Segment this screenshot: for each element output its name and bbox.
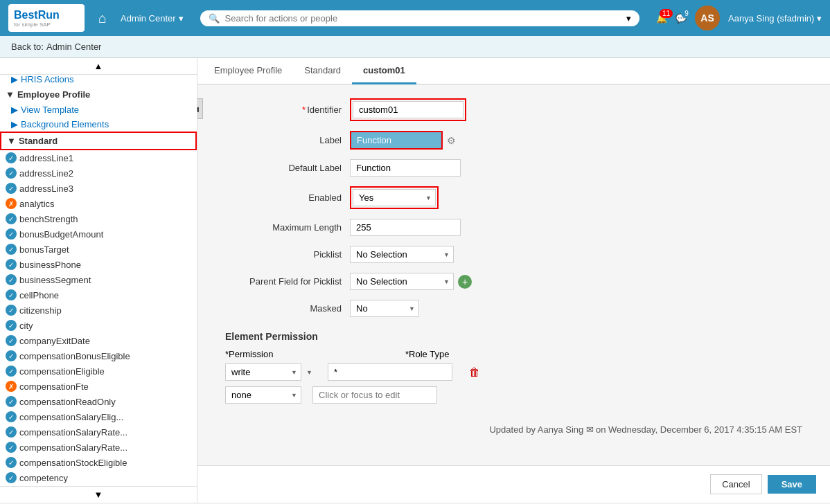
default-label-row: Default Label — [225, 159, 802, 177]
sidebar-item-addressLine2[interactable]: ✓ addressLine2 — [0, 165, 197, 181]
tab-custom01[interactable]: custom01 — [352, 58, 416, 84]
sidebar-item-compensationFte[interactable]: ✗ compensationFte — [0, 379, 197, 394]
default-label-input[interactable] — [350, 159, 461, 177]
back-label: Back to: — [11, 42, 44, 52]
sidebar-item-compensationReadOnly[interactable]: ✓ compensationReadOnly — [0, 394, 197, 409]
home-button[interactable]: ⌂ — [93, 8, 112, 29]
employee-profile-label: Employee Profile — [17, 89, 90, 100]
search-bar[interactable]: 🔍 ▾ — [200, 10, 640, 26]
parent-field-control: No Selection + — [350, 273, 472, 290]
search-input[interactable] — [225, 13, 621, 24]
identifier-box — [350, 98, 466, 121]
messages-icon[interactable]: 💬 9 — [676, 13, 687, 24]
hris-actions-label: HRIS Actions — [21, 74, 74, 84]
sidebar-section-standard[interactable]: ▼ Standard — [0, 132, 197, 150]
user-name: Aanya Sing (sfadmin) — [728, 13, 814, 24]
masked-select[interactable]: No Yes — [350, 300, 419, 317]
logo: BestRun for simple SAP — [8, 4, 85, 32]
footer-update-text: Updated by Aanya Sing ✉ on Wednesday, De… — [225, 424, 802, 435]
identifier-input[interactable] — [353, 101, 463, 118]
sidebar-scroll-up[interactable]: ▲ — [0, 58, 197, 75]
sidebar-item-businessPhone[interactable]: ✓ businessPhone — [0, 257, 197, 272]
sidebar-item-compensationStockEligible[interactable]: ✓ compensationStockEligible — [0, 455, 197, 470]
x-icon: ✗ — [6, 198, 17, 209]
label-control: ⚙ — [350, 131, 456, 150]
sidebar-item-analytics[interactable]: ✗ analytics — [0, 196, 197, 211]
ep-permission-select-1[interactable]: write none read metaData — [225, 363, 301, 381]
default-label-label: Default Label — [225, 163, 350, 173]
arrow-down-icon: ▼ — [7, 136, 16, 146]
avatar[interactable]: AS — [695, 6, 720, 30]
admin-center-arrow-icon: ▾ — [179, 13, 184, 24]
sidebar-item-cellPhone[interactable]: ✓ cellPhone — [0, 287, 197, 303]
delete-permission-row-1-button[interactable]: 🗑 — [469, 366, 480, 379]
sidebar-item-view-template[interactable]: ▶ View Template — [0, 102, 197, 117]
max-length-row: Maximum Length — [225, 219, 802, 236]
sidebar-item-citizenship[interactable]: ✓ citizenship — [0, 303, 197, 318]
sidebar-item-addressLine3[interactable]: ✓ addressLine3 — [0, 181, 197, 196]
parent-field-select[interactable]: No Selection — [350, 273, 454, 290]
sidebar-scroll-down[interactable]: ▼ — [0, 486, 197, 503]
ep-role-type-input-2[interactable] — [312, 386, 437, 404]
cancel-button[interactable]: Cancel — [710, 474, 761, 494]
check-icon: ✓ — [6, 457, 17, 468]
message-badge: 9 — [681, 9, 692, 18]
masked-row: Masked No Yes — [225, 300, 802, 317]
sidebar-item-addressLine1[interactable]: ✓ addressLine1 — [0, 150, 197, 165]
sidebar-item-bonusBudgetAmount[interactable]: ✓ bonusBudgetAmount — [0, 226, 197, 242]
form-area: *Identifier Label ⚙ — [197, 84, 830, 465]
parent-field-label: Parent Field for Picklist — [225, 276, 350, 287]
sidebar-item-businessSegment[interactable]: ✓ businessSegment — [0, 272, 197, 287]
sidebar-item-compensationSalaryElig1[interactable]: ✓ compensationSalaryElig... — [0, 409, 197, 424]
arrow-right-icon: ▶ — [11, 119, 18, 129]
breadcrumb-parent[interactable]: Admin Center — [46, 42, 101, 52]
enabled-select[interactable]: Yes No — [353, 189, 436, 206]
info-icon[interactable]: ⚙ — [447, 135, 456, 146]
check-icon: ✓ — [6, 168, 17, 179]
mail-icon: ✉ — [586, 424, 594, 435]
sidebar-item-companyExitDate[interactable]: ✓ companyExitDate — [0, 333, 197, 348]
search-dropdown-icon: ▾ — [626, 13, 631, 24]
tab-standard[interactable]: Standard — [293, 58, 352, 84]
masked-select-wrapper: No Yes — [350, 300, 419, 317]
add-parent-field-button[interactable]: + — [458, 275, 472, 289]
check-icon: ✓ — [6, 472, 17, 483]
ep-role-type-input-1[interactable] — [328, 363, 452, 381]
ep-permission-select-2[interactable]: none write read metaData — [225, 386, 301, 404]
identifier-row: *Identifier — [225, 98, 802, 121]
arrow-right-icon: ▶ — [11, 105, 18, 115]
sidebar-item-competency[interactable]: ✓ competency — [0, 470, 197, 485]
tab-employee-profile[interactable]: Employee Profile — [203, 58, 293, 84]
label-highlighted-box — [350, 131, 443, 150]
notifications-bell[interactable]: 🔔 11 — [656, 13, 667, 24]
sidebar-item-benchStrength[interactable]: ✓ benchStrength — [0, 211, 197, 226]
check-icon: ✓ — [6, 320, 17, 331]
sidebar-item-bonusTarget[interactable]: ✓ bonusTarget — [0, 242, 197, 257]
sidebar-item-compensationSalaryRate1[interactable]: ✓ compensationSalaryRate... — [0, 424, 197, 440]
sidebar-section-employee-profile[interactable]: ▼ Employee Profile — [0, 87, 197, 102]
sidebar-item-compensationBonusEligible[interactable]: ✓ compensationBonusEligible — [0, 348, 197, 363]
check-icon: ✓ — [6, 411, 17, 422]
sidebar-collapse-button[interactable]: ◀ — [197, 98, 203, 119]
sidebar-item-background-elements[interactable]: ▶ Background Elements — [0, 117, 197, 132]
admin-center-nav[interactable]: Admin Center ▾ — [121, 13, 183, 24]
updated-by-text: Updated by Aanya Sing — [489, 424, 583, 435]
user-label[interactable]: Aanya Sing (sfadmin) ▾ — [728, 13, 822, 24]
enabled-row: Enabled Yes No — [225, 186, 802, 209]
picklist-select[interactable]: No Selection — [350, 246, 454, 263]
check-icon: ✓ — [6, 274, 17, 285]
background-elements-label: Background Elements — [21, 119, 109, 129]
save-button[interactable]: Save — [768, 475, 816, 494]
max-length-input[interactable] — [350, 219, 461, 236]
nav-icons: 🔔 11 💬 9 AS Aanya Sing (sfadmin) ▾ — [656, 6, 822, 30]
sidebar-item-city[interactable]: ✓ city — [0, 318, 197, 333]
notification-badge: 11 — [660, 9, 673, 18]
sidebar-item-compensationEligible[interactable]: ✓ compensationEligible — [0, 363, 197, 379]
check-icon: ✓ — [6, 213, 17, 224]
check-icon: ✓ — [6, 366, 17, 377]
ep-row-1: write none read metaData 🗑 — [225, 363, 802, 381]
label-input[interactable] — [351, 132, 441, 148]
picklist-row: Picklist No Selection — [225, 246, 802, 263]
ep-headers: *Permission *Role Type — [225, 349, 802, 359]
sidebar-item-compensationSalaryRate2[interactable]: ✓ compensationSalaryRate... — [0, 440, 197, 455]
